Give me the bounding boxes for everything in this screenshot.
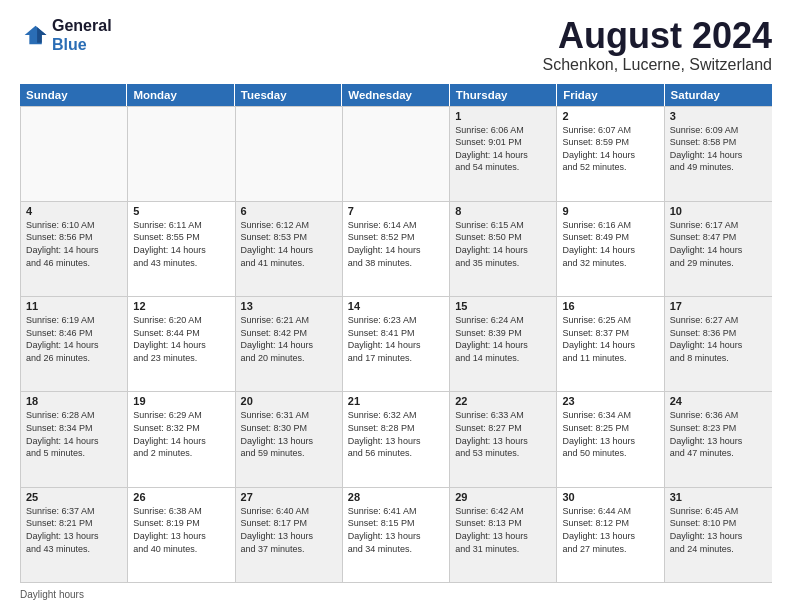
cal-cell-day-25: 25Sunrise: 6:37 AM Sunset: 8:21 PM Dayli… [21,488,128,582]
day-number: 26 [133,491,229,503]
cell-info: Sunrise: 6:40 AM Sunset: 8:17 PM Dayligh… [241,505,337,555]
cal-cell-day-23: 23Sunrise: 6:34 AM Sunset: 8:25 PM Dayli… [557,392,664,486]
day-number: 28 [348,491,444,503]
cell-info: Sunrise: 6:25 AM Sunset: 8:37 PM Dayligh… [562,314,658,364]
title-block: August 2024 Schenkon, Lucerne, Switzerla… [543,16,772,74]
cal-row-1: 1Sunrise: 6:06 AM Sunset: 9:01 PM Daylig… [21,106,772,201]
cal-header-wednesday: Wednesday [342,84,449,106]
day-number: 24 [670,395,767,407]
cell-info: Sunrise: 6:28 AM Sunset: 8:34 PM Dayligh… [26,409,122,459]
cal-cell-day-19: 19Sunrise: 6:29 AM Sunset: 8:32 PM Dayli… [128,392,235,486]
day-number: 12 [133,300,229,312]
cell-info: Sunrise: 6:34 AM Sunset: 8:25 PM Dayligh… [562,409,658,459]
cal-cell-day-2: 2Sunrise: 6:07 AM Sunset: 8:59 PM Daylig… [557,107,664,201]
cal-header-friday: Friday [557,84,664,106]
cell-info: Sunrise: 6:11 AM Sunset: 8:55 PM Dayligh… [133,219,229,269]
cal-cell-day-18: 18Sunrise: 6:28 AM Sunset: 8:34 PM Dayli… [21,392,128,486]
cal-cell-empty [128,107,235,201]
cal-cell-day-24: 24Sunrise: 6:36 AM Sunset: 8:23 PM Dayli… [665,392,772,486]
cell-info: Sunrise: 6:41 AM Sunset: 8:15 PM Dayligh… [348,505,444,555]
calendar-body: 1Sunrise: 6:06 AM Sunset: 9:01 PM Daylig… [20,106,772,583]
cell-info: Sunrise: 6:27 AM Sunset: 8:36 PM Dayligh… [670,314,767,364]
cell-info: Sunrise: 6:14 AM Sunset: 8:52 PM Dayligh… [348,219,444,269]
cal-cell-day-16: 16Sunrise: 6:25 AM Sunset: 8:37 PM Dayli… [557,297,664,391]
cal-cell-day-28: 28Sunrise: 6:41 AM Sunset: 8:15 PM Dayli… [343,488,450,582]
cell-info: Sunrise: 6:42 AM Sunset: 8:13 PM Dayligh… [455,505,551,555]
cell-info: Sunrise: 6:20 AM Sunset: 8:44 PM Dayligh… [133,314,229,364]
day-number: 11 [26,300,122,312]
day-number: 1 [455,110,551,122]
day-number: 25 [26,491,122,503]
cell-info: Sunrise: 6:19 AM Sunset: 8:46 PM Dayligh… [26,314,122,364]
cell-info: Sunrise: 6:32 AM Sunset: 8:28 PM Dayligh… [348,409,444,459]
header: General Blue August 2024 Schenkon, Lucer… [20,16,772,74]
cell-info: Sunrise: 6:37 AM Sunset: 8:21 PM Dayligh… [26,505,122,555]
cal-header-thursday: Thursday [450,84,557,106]
cell-info: Sunrise: 6:15 AM Sunset: 8:50 PM Dayligh… [455,219,551,269]
day-number: 31 [670,491,767,503]
cal-cell-day-14: 14Sunrise: 6:23 AM Sunset: 8:41 PM Dayli… [343,297,450,391]
cal-header-saturday: Saturday [665,84,772,106]
cal-row-3: 11Sunrise: 6:19 AM Sunset: 8:46 PM Dayli… [21,296,772,391]
day-number: 9 [562,205,658,217]
day-number: 22 [455,395,551,407]
cal-row-4: 18Sunrise: 6:28 AM Sunset: 8:34 PM Dayli… [21,391,772,486]
day-number: 4 [26,205,122,217]
cal-cell-day-9: 9Sunrise: 6:16 AM Sunset: 8:49 PM Daylig… [557,202,664,296]
day-number: 30 [562,491,658,503]
cell-info: Sunrise: 6:45 AM Sunset: 8:10 PM Dayligh… [670,505,767,555]
cell-info: Sunrise: 6:23 AM Sunset: 8:41 PM Dayligh… [348,314,444,364]
cal-cell-empty [21,107,128,201]
day-number: 21 [348,395,444,407]
cal-row-5: 25Sunrise: 6:37 AM Sunset: 8:21 PM Dayli… [21,487,772,582]
day-number: 19 [133,395,229,407]
cell-info: Sunrise: 6:38 AM Sunset: 8:19 PM Dayligh… [133,505,229,555]
logo-text: General Blue [52,16,112,54]
cal-cell-day-31: 31Sunrise: 6:45 AM Sunset: 8:10 PM Dayli… [665,488,772,582]
logo-icon [20,21,48,49]
cal-cell-day-1: 1Sunrise: 6:06 AM Sunset: 9:01 PM Daylig… [450,107,557,201]
cal-cell-day-5: 5Sunrise: 6:11 AM Sunset: 8:55 PM Daylig… [128,202,235,296]
day-number: 16 [562,300,658,312]
cal-cell-day-11: 11Sunrise: 6:19 AM Sunset: 8:46 PM Dayli… [21,297,128,391]
cell-info: Sunrise: 6:06 AM Sunset: 9:01 PM Dayligh… [455,124,551,174]
cal-cell-day-17: 17Sunrise: 6:27 AM Sunset: 8:36 PM Dayli… [665,297,772,391]
cal-cell-day-20: 20Sunrise: 6:31 AM Sunset: 8:30 PM Dayli… [236,392,343,486]
cal-cell-day-13: 13Sunrise: 6:21 AM Sunset: 8:42 PM Dayli… [236,297,343,391]
day-number: 17 [670,300,767,312]
cal-cell-empty [343,107,450,201]
cell-info: Sunrise: 6:29 AM Sunset: 8:32 PM Dayligh… [133,409,229,459]
cal-cell-day-30: 30Sunrise: 6:44 AM Sunset: 8:12 PM Dayli… [557,488,664,582]
cal-cell-day-29: 29Sunrise: 6:42 AM Sunset: 8:13 PM Dayli… [450,488,557,582]
cell-info: Sunrise: 6:24 AM Sunset: 8:39 PM Dayligh… [455,314,551,364]
day-number: 2 [562,110,658,122]
cell-info: Sunrise: 6:09 AM Sunset: 8:58 PM Dayligh… [670,124,767,174]
cal-cell-day-4: 4Sunrise: 6:10 AM Sunset: 8:56 PM Daylig… [21,202,128,296]
footer-text: Daylight hours [20,589,84,600]
cal-cell-empty [236,107,343,201]
cal-cell-day-21: 21Sunrise: 6:32 AM Sunset: 8:28 PM Dayli… [343,392,450,486]
cell-info: Sunrise: 6:44 AM Sunset: 8:12 PM Dayligh… [562,505,658,555]
day-number: 15 [455,300,551,312]
day-number: 14 [348,300,444,312]
cell-info: Sunrise: 6:36 AM Sunset: 8:23 PM Dayligh… [670,409,767,459]
cal-cell-day-3: 3Sunrise: 6:09 AM Sunset: 8:58 PM Daylig… [665,107,772,201]
cal-cell-day-27: 27Sunrise: 6:40 AM Sunset: 8:17 PM Dayli… [236,488,343,582]
cell-info: Sunrise: 6:33 AM Sunset: 8:27 PM Dayligh… [455,409,551,459]
cell-info: Sunrise: 6:17 AM Sunset: 8:47 PM Dayligh… [670,219,767,269]
cal-header-monday: Monday [127,84,234,106]
cal-cell-day-10: 10Sunrise: 6:17 AM Sunset: 8:47 PM Dayli… [665,202,772,296]
subtitle: Schenkon, Lucerne, Switzerland [543,56,772,74]
cal-cell-day-12: 12Sunrise: 6:20 AM Sunset: 8:44 PM Dayli… [128,297,235,391]
day-number: 20 [241,395,337,407]
cal-cell-day-7: 7Sunrise: 6:14 AM Sunset: 8:52 PM Daylig… [343,202,450,296]
cal-cell-day-6: 6Sunrise: 6:12 AM Sunset: 8:53 PM Daylig… [236,202,343,296]
cell-info: Sunrise: 6:07 AM Sunset: 8:59 PM Dayligh… [562,124,658,174]
logo-line2: Blue [52,35,112,54]
page: General Blue August 2024 Schenkon, Lucer… [0,0,792,612]
cal-header-tuesday: Tuesday [235,84,342,106]
cell-info: Sunrise: 6:10 AM Sunset: 8:56 PM Dayligh… [26,219,122,269]
day-number: 23 [562,395,658,407]
cal-cell-day-22: 22Sunrise: 6:33 AM Sunset: 8:27 PM Dayli… [450,392,557,486]
main-title: August 2024 [543,16,772,56]
